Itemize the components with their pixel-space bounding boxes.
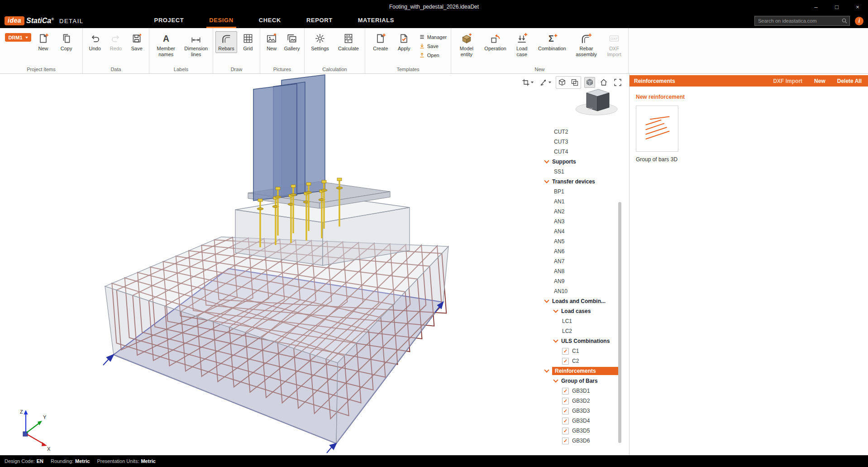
tree-item-supports[interactable]: Supports	[541, 157, 620, 167]
tree-item-an1[interactable]: AN1	[541, 197, 620, 207]
undo-button[interactable]: Undo	[85, 31, 105, 53]
tree-item-an5[interactable]: AN5	[541, 236, 620, 246]
tree-item-an2[interactable]: AN2	[541, 207, 620, 217]
tree-item-gb3d5[interactable]: ✓GB3D5	[541, 426, 620, 436]
dxf-import-button: DXF DXF Import	[602, 31, 626, 58]
tree-item-gb3d2[interactable]: ✓GB3D2	[541, 396, 620, 406]
load-case-button[interactable]: Load case	[511, 31, 533, 58]
new-picture-button[interactable]: New	[262, 31, 281, 53]
dimension-lines-button[interactable]: Dimension lines	[182, 31, 211, 58]
chevron-down-icon[interactable]	[544, 367, 549, 372]
svg-text:Σ: Σ	[548, 34, 554, 43]
axonometry-view-button[interactable]	[557, 77, 568, 88]
rebars-button[interactable]: Rebars	[215, 31, 237, 53]
section-crop-button[interactable]	[520, 77, 535, 88]
maximize-button[interactable]: □	[826, 0, 847, 14]
delete-all-action[interactable]: Delete All	[837, 78, 862, 84]
tree-item-loads-and-combin-[interactable]: Loads and Combin...	[541, 296, 620, 306]
tree-item-an8[interactable]: AN8	[541, 266, 620, 276]
close-button[interactable]: ×	[847, 0, 868, 14]
tree-item-cut4[interactable]: CUT4	[541, 147, 620, 157]
minimize-button[interactable]: –	[806, 0, 826, 14]
tree-item-an9[interactable]: AN9	[541, 276, 620, 286]
tree-item-gb3d4[interactable]: ✓GB3D4	[541, 416, 620, 426]
tree-scrollbar[interactable]	[618, 202, 621, 443]
tree-item-load-cases[interactable]: Load cases	[541, 306, 620, 316]
tree-item-group-of-bars[interactable]: Group of Bars	[541, 376, 620, 386]
work-planes-button[interactable]	[569, 77, 580, 88]
viewport-3d[interactable]: Z Y X XY	[0, 74, 629, 455]
checkbox-checked[interactable]: ✓	[562, 418, 569, 424]
home-view-button[interactable]	[598, 77, 609, 88]
settings-button[interactable]: Settings	[307, 31, 333, 53]
member-names-button[interactable]: A Member names	[152, 31, 181, 58]
group-of-bars-3d-card[interactable]	[636, 106, 678, 152]
shaded-view-button[interactable]	[584, 77, 595, 88]
chevron-down-icon[interactable]	[553, 308, 558, 313]
new-reinforcement-action[interactable]: New	[814, 78, 825, 84]
tab-design[interactable]: DESIGN	[206, 14, 236, 28]
tree-item-lc1[interactable]: LC1	[541, 316, 620, 326]
zoom-fit-button[interactable]	[612, 77, 623, 88]
save-button[interactable]: Save	[127, 31, 147, 53]
chevron-down-icon[interactable]	[531, 82, 534, 83]
tree-item-uls-combinations[interactable]: ULS Combinations	[541, 336, 620, 346]
template-create-button[interactable]: Create	[369, 31, 392, 53]
ribbon-group-label: Calculation	[305, 67, 365, 72]
search-input[interactable]	[754, 16, 850, 26]
checkbox-checked[interactable]: ✓	[562, 408, 569, 414]
tree-item-gb3d6[interactable]: ✓GB3D6	[541, 436, 620, 446]
chevron-down-icon[interactable]	[553, 337, 558, 342]
tab-materials[interactable]: MATERIALS	[355, 14, 397, 28]
chevron-down-icon[interactable]	[544, 298, 549, 303]
chevron-down-icon[interactable]	[544, 158, 549, 163]
tab-project[interactable]: PROJECT	[152, 14, 187, 28]
tree-item-an6[interactable]: AN6	[541, 246, 620, 256]
tree-item-bp1[interactable]: BP1	[541, 187, 620, 197]
tree-item-gb3d3[interactable]: ✓GB3D3	[541, 406, 620, 416]
checkbox-checked[interactable]: ✓	[562, 348, 569, 355]
checkbox-checked[interactable]: ✓	[562, 388, 569, 395]
tree-item-c1[interactable]: ✓C1	[541, 346, 620, 356]
tree-item-ss1[interactable]: SS1	[541, 167, 620, 177]
tree-item-an3[interactable]: AN3	[541, 217, 620, 226]
tree-item-an4[interactable]: AN4	[541, 226, 620, 236]
chevron-down-icon[interactable]	[548, 82, 551, 83]
dxf-import-action[interactable]: DXF Import	[773, 78, 802, 84]
chevron-down-icon[interactable]	[553, 377, 558, 382]
template-save-button[interactable]: Save	[419, 43, 447, 49]
tree-item-gb3d1[interactable]: ✓GB3D1	[541, 386, 620, 396]
tree-item-an10[interactable]: AN10	[541, 286, 620, 296]
drm-selector[interactable]: DRM1	[5, 33, 31, 42]
tree-item-lc2[interactable]: LC2	[541, 326, 620, 336]
tree-item-cut2[interactable]: CUT2	[541, 127, 620, 137]
tab-check[interactable]: CHECK	[256, 14, 284, 28]
checkbox-checked[interactable]: ✓	[562, 438, 569, 444]
info-button[interactable]: i	[855, 17, 863, 25]
rebar-assembly-button[interactable]: Rebar assembly	[572, 31, 601, 58]
model-entity-icon	[461, 33, 472, 44]
checkbox-checked[interactable]: ✓	[562, 428, 569, 434]
template-manager-button[interactable]: Manager	[419, 34, 447, 40]
calculate-button[interactable]: Calculate	[334, 31, 362, 53]
gallery-icon	[286, 33, 298, 44]
view-rotation-button[interactable]	[538, 77, 553, 88]
checkbox-checked[interactable]: ✓	[562, 358, 569, 365]
tab-report[interactable]: REPORT	[304, 14, 335, 28]
tree-item-cut3[interactable]: CUT3	[541, 137, 620, 147]
checkbox-checked[interactable]: ✓	[562, 398, 569, 404]
tree-item-c2[interactable]: ✓C2	[541, 356, 620, 366]
gallery-button[interactable]: Gallery	[282, 31, 302, 53]
chevron-down-icon[interactable]	[544, 178, 549, 183]
grid-button[interactable]: Grid	[238, 31, 258, 53]
template-open-button[interactable]: Open	[419, 52, 447, 58]
tree-item-an7[interactable]: AN7	[541, 256, 620, 266]
tree-item-transfer-devices[interactable]: Transfer devices	[541, 177, 620, 187]
combination-button[interactable]: Σ Combination	[534, 31, 570, 53]
new-project-item-button[interactable]: New	[33, 31, 54, 53]
model-entity-button[interactable]: Model entity	[453, 31, 480, 58]
operation-button[interactable]: Operation	[481, 31, 510, 53]
template-apply-button[interactable]: Apply	[393, 31, 415, 53]
tree-item-reinforcements[interactable]: Reinforcements	[541, 366, 620, 376]
copy-project-item-button[interactable]: Copy	[56, 31, 77, 53]
